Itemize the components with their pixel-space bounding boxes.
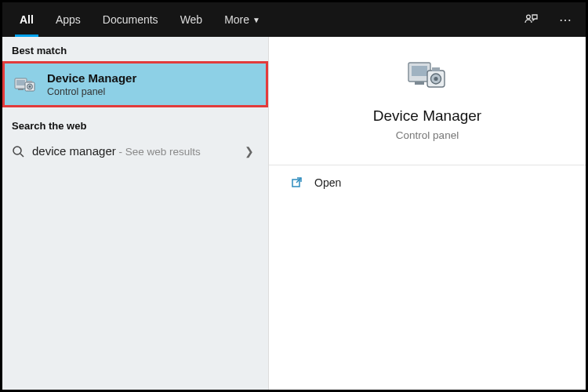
- svg-rect-11: [415, 82, 424, 85]
- svg-point-14: [434, 77, 437, 81]
- best-match-title: Device Manager: [47, 71, 136, 85]
- web-result-hint: - See web results: [116, 146, 201, 158]
- web-result[interactable]: device manager - See web results ❯: [2, 136, 268, 166]
- best-match-header: Best match: [2, 37, 268, 61]
- more-options-icon[interactable]: ⋯: [551, 13, 579, 27]
- tab-more-label: More: [224, 13, 249, 26]
- preview-subtitle: Control panel: [396, 129, 459, 141]
- tab-more[interactable]: More ▼: [213, 2, 271, 37]
- web-result-query: device manager: [32, 144, 116, 158]
- svg-point-6: [29, 85, 31, 88]
- preview-title: Device Manager: [373, 107, 481, 125]
- best-match-text: Device Manager Control panel: [47, 71, 136, 97]
- tab-all[interactable]: All: [9, 2, 45, 37]
- tab-web[interactable]: Web: [169, 2, 214, 37]
- tab-documents[interactable]: Documents: [92, 2, 169, 37]
- chevron-right-icon: ❯: [245, 145, 259, 158]
- open-icon: [291, 176, 303, 189]
- search-web-header: Search the web: [2, 112, 268, 136]
- svg-point-0: [527, 15, 531, 19]
- search-body: Best match Device Manager Contro: [2, 37, 586, 390]
- search-icon: [12, 145, 24, 158]
- device-manager-icon: [14, 76, 36, 93]
- svg-rect-10: [412, 66, 427, 76]
- results-pane: Best match Device Manager Contro: [2, 37, 269, 390]
- tab-apps[interactable]: Apps: [45, 2, 92, 37]
- svg-rect-15: [432, 67, 440, 71]
- web-result-text: device manager - See web results: [32, 144, 201, 158]
- search-tabbar: All Apps Documents Web More ▼ ⋯: [2, 2, 586, 37]
- device-manager-icon: [407, 59, 448, 93]
- open-action[interactable]: Open: [269, 165, 586, 200]
- svg-rect-2: [16, 80, 25, 85]
- open-label: Open: [314, 176, 341, 189]
- feedback-icon[interactable]: [523, 12, 551, 27]
- search-window: All Apps Documents Web More ▼ ⋯ Best mat…: [0, 0, 588, 392]
- svg-point-8: [13, 147, 21, 154]
- best-match-subtitle: Control panel: [47, 86, 136, 97]
- preview-pane: Device Manager Control panel Open: [269, 37, 586, 390]
- svg-rect-7: [27, 81, 32, 83]
- svg-rect-3: [18, 89, 24, 90]
- preview-header: Device Manager Control panel: [269, 37, 586, 157]
- chevron-down-icon: ▼: [252, 16, 260, 24]
- best-match-result[interactable]: Device Manager Control panel: [2, 61, 268, 107]
